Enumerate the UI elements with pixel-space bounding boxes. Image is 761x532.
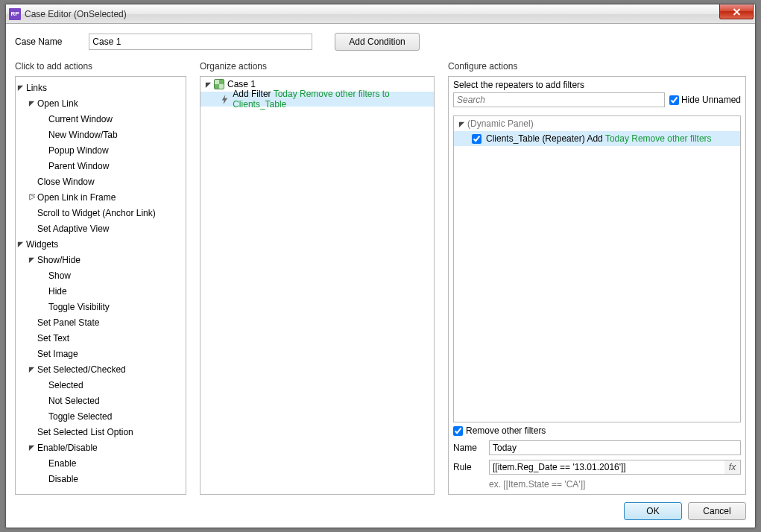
action-tree-item[interactable]: Show/Hide bbox=[16, 252, 186, 267]
remove-filters-row[interactable]: Remove other filters bbox=[453, 425, 741, 436]
action-tree-label: Hide bbox=[48, 286, 67, 297]
ok-button[interactable]: OK bbox=[624, 502, 682, 520]
configure-column: Configure actions Select the repeaters t… bbox=[448, 61, 746, 495]
chevron-down-icon bbox=[27, 99, 36, 108]
configure-subheader: Select the repeaters to add filters bbox=[449, 77, 745, 92]
action-tree-label: Toggle Visibility bbox=[48, 302, 110, 312]
tree-group-row[interactable]: (Dynamic Panel) bbox=[454, 116, 740, 131]
configure-form: Remove other filters Name Rule fx bbox=[453, 425, 741, 490]
action-tree-item[interactable]: Hide bbox=[16, 283, 186, 299]
organize-case-label: Case 1 bbox=[227, 79, 256, 89]
action-tree-label: New Window/Tab bbox=[48, 130, 118, 140]
fx-button[interactable]: fx bbox=[724, 460, 741, 475]
action-tree-item[interactable]: Parent Window bbox=[16, 158, 186, 174]
action-tree-label: Toggle Selected bbox=[48, 411, 112, 422]
organize-header: Organize actions bbox=[200, 61, 435, 72]
rule-input[interactable] bbox=[489, 460, 724, 475]
action-tree-item[interactable]: Set Selected List Option bbox=[16, 424, 186, 440]
action-tree-label: Enable/Disable bbox=[37, 443, 98, 453]
action-tree-item[interactable]: Toggle Selected bbox=[16, 408, 186, 424]
action-tree-item[interactable]: Not Selected bbox=[16, 393, 186, 408]
chevron-down-icon bbox=[16, 83, 25, 92]
dialog-body: Case Name Add Condition Click to add act… bbox=[6, 24, 755, 528]
action-tree-item[interactable]: Show bbox=[16, 267, 186, 283]
configure-panel: Select the repeaters to add filters Hide… bbox=[448, 76, 746, 495]
action-tree-item[interactable]: Set Panel State bbox=[16, 314, 186, 330]
action-tree-label: Set Adaptive View bbox=[37, 224, 110, 234]
case-name-label: Case Name bbox=[15, 37, 62, 47]
configure-header: Configure actions bbox=[448, 61, 746, 72]
action-tree-item[interactable]: Enable/Disable bbox=[16, 440, 186, 455]
chevron-right-icon bbox=[27, 193, 36, 202]
rule-row: Rule fx bbox=[453, 460, 741, 475]
action-tree-item[interactable]: Set Adaptive View bbox=[16, 221, 186, 236]
action-tree-item[interactable]: Selected bbox=[16, 377, 186, 393]
hide-unnamed-checkbox[interactable] bbox=[669, 95, 679, 105]
tree-item-checkbox[interactable] bbox=[472, 134, 481, 144]
organize-action-row[interactable]: Add Filter Today Remove other filters to… bbox=[200, 92, 434, 107]
close-icon bbox=[733, 8, 741, 16]
actions-header: Click to add actions bbox=[15, 61, 186, 72]
action-tree-item[interactable]: Popup Window bbox=[16, 142, 186, 158]
action-tree-item[interactable]: Set Text bbox=[16, 330, 186, 346]
hide-unnamed-toggle[interactable]: Hide Unnamed bbox=[669, 95, 741, 105]
case-name-input[interactable] bbox=[89, 34, 312, 50]
search-input[interactable] bbox=[453, 92, 665, 107]
columns: Click to add actions LinksOpen LinkCurre… bbox=[15, 61, 746, 495]
action-tree-label: Set Selected/Checked bbox=[37, 364, 126, 375]
action-tree-label: Parent Window bbox=[48, 161, 109, 171]
action-tree-label: Selected bbox=[48, 380, 83, 390]
action-tree-label: Set Panel State bbox=[37, 317, 99, 328]
action-tree-item[interactable]: Toggle Visibility bbox=[16, 299, 186, 314]
action-tree-item[interactable]: Links bbox=[16, 80, 186, 95]
remove-filters-label: Remove other filters bbox=[466, 425, 546, 436]
rule-example: ex. [[Item.State == 'CA']] bbox=[489, 479, 741, 490]
chevron-down-icon bbox=[27, 256, 36, 265]
action-tree-item[interactable]: New Window/Tab bbox=[16, 127, 186, 142]
action-tree-item[interactable]: Set Selected/Checked bbox=[16, 361, 186, 377]
action-tree-item[interactable]: Widgets bbox=[16, 236, 186, 252]
action-tree-label: Show/Hide bbox=[37, 255, 80, 265]
action-tree-label: Set Selected List Option bbox=[37, 427, 133, 437]
action-tree-label: Not Selected bbox=[48, 396, 100, 406]
filter-name-input[interactable] bbox=[489, 440, 741, 455]
action-tree-item[interactable]: Set Image bbox=[16, 346, 186, 361]
action-tree-label: Close Window bbox=[37, 177, 95, 187]
action-tree-item[interactable]: Enable bbox=[16, 455, 186, 471]
action-tree-label: Widgets bbox=[26, 239, 58, 250]
action-tree-item[interactable]: Disable bbox=[16, 471, 186, 487]
add-condition-button[interactable]: Add Condition bbox=[335, 33, 419, 51]
action-tree-item[interactable]: Open Link bbox=[16, 95, 186, 111]
app-icon: RP bbox=[9, 8, 21, 20]
tree-group-label: (Dynamic Panel) bbox=[467, 118, 534, 129]
actions-panel[interactable]: LinksOpen LinkCurrent WindowNew Window/T… bbox=[15, 76, 186, 495]
name-row: Name bbox=[453, 440, 741, 455]
close-button[interactable] bbox=[719, 4, 754, 19]
tree-item-row[interactable]: Clients_Table (Repeater) Add Today Remov… bbox=[454, 131, 740, 146]
organize-panel: Case 1 Add Filter Today Remove other fil… bbox=[200, 76, 435, 495]
window-title: Case Editor (OnSelected) bbox=[25, 9, 719, 19]
action-tree-item[interactable]: Scroll to Widget (Anchor Link) bbox=[16, 205, 186, 221]
organize-action-text: Add Filter Today Remove other filters to… bbox=[233, 89, 434, 110]
cancel-button[interactable]: Cancel bbox=[688, 502, 746, 520]
action-tree-label: Popup Window bbox=[48, 145, 109, 156]
top-row: Case Name Add Condition bbox=[15, 33, 746, 51]
footer: OK Cancel bbox=[15, 495, 746, 520]
configure-search-row: Hide Unnamed bbox=[449, 92, 745, 111]
actions-column: Click to add actions LinksOpen LinkCurre… bbox=[15, 61, 186, 495]
action-tree-label: Enable bbox=[48, 458, 76, 469]
chevron-down-icon bbox=[16, 240, 25, 249]
case-editor-window: RP Case Editor (OnSelected) Case Name Ad… bbox=[5, 4, 756, 528]
action-tree-label: Disable bbox=[48, 474, 78, 484]
action-tree-label: Open Link in Frame bbox=[37, 192, 116, 203]
action-tree-item[interactable]: Current Window bbox=[16, 111, 186, 127]
action-tree-label: Set Text bbox=[37, 333, 69, 343]
hide-unnamed-label: Hide Unnamed bbox=[681, 95, 741, 105]
action-tree-label: Open Link bbox=[37, 98, 78, 109]
action-tree-item[interactable]: Close Window bbox=[16, 174, 186, 189]
chevron-down-icon bbox=[457, 119, 466, 128]
action-tree-item[interactable]: Open Link in Frame bbox=[16, 189, 186, 205]
remove-filters-checkbox[interactable] bbox=[453, 426, 463, 436]
action-tree-label: Set Image bbox=[37, 349, 78, 359]
repeater-tree[interactable]: (Dynamic Panel) Clients_Table (Repeater)… bbox=[453, 115, 741, 422]
